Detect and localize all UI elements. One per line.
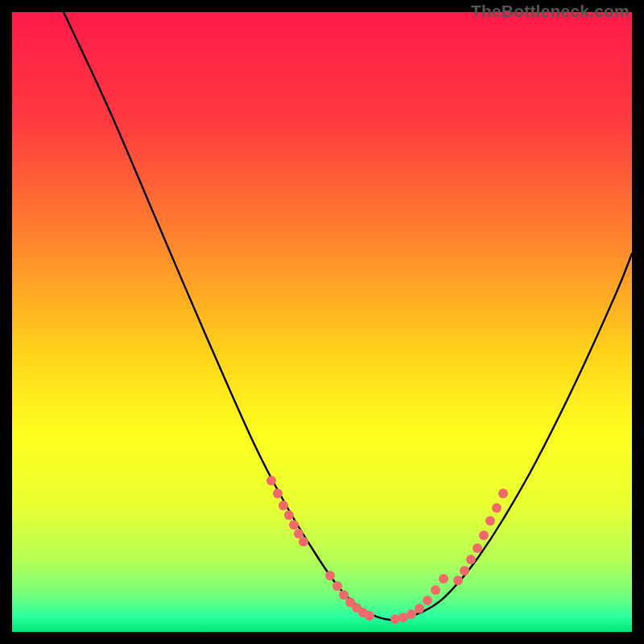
data-dot (473, 543, 482, 553)
data-dot (332, 581, 342, 591)
data-dot (266, 476, 276, 485)
data-dot (453, 576, 463, 585)
data-dot (439, 574, 448, 584)
data-dot (339, 590, 349, 600)
data-dot (431, 585, 440, 595)
bottleneck-chart (12, 12, 632, 632)
data-dot (390, 614, 400, 624)
data-dot (479, 530, 489, 540)
data-dot (325, 571, 335, 580)
data-dot (460, 566, 469, 576)
data-dot (284, 510, 294, 520)
data-dot (423, 596, 432, 605)
data-dot (498, 489, 508, 498)
attribution-text: TheBottleneck.com (471, 2, 630, 21)
data-dot (415, 604, 424, 613)
gradient-background (12, 12, 632, 632)
data-dot (466, 555, 476, 564)
data-dot (492, 503, 502, 513)
data-dot (407, 609, 416, 619)
data-dot (485, 516, 495, 526)
data-dot (279, 501, 288, 510)
data-dot (294, 529, 303, 539)
data-dot (289, 520, 299, 530)
data-dot (365, 611, 374, 621)
data-dot (299, 537, 308, 547)
chart-frame (12, 12, 632, 632)
data-dot (273, 489, 283, 498)
